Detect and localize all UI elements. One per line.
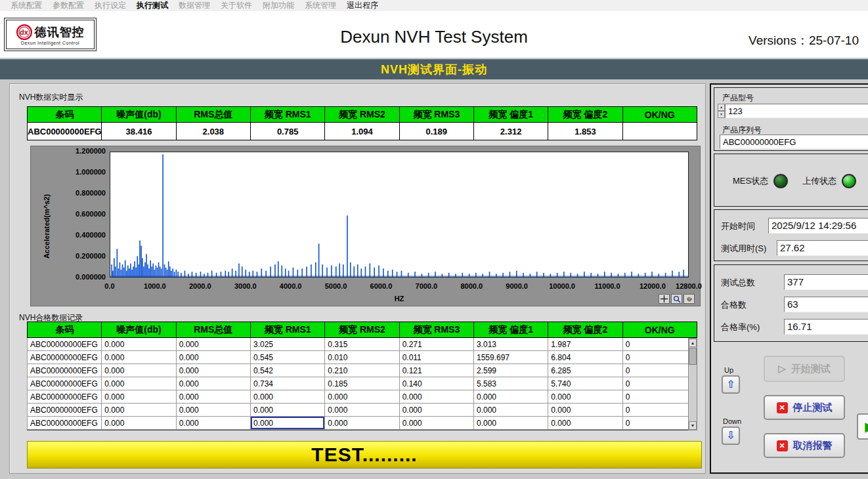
table-cell[interactable]: 0 [622,417,697,430]
table-cell[interactable]: 0.000 [399,404,473,417]
table-cell: 38.416 [102,123,176,140]
menu-item-7[interactable]: 系统管理 [299,0,341,11]
table-cell[interactable]: 0.000 [399,417,473,430]
table-cell[interactable]: 0.000 [102,404,176,417]
spinner-down-icon[interactable]: ▼ [718,111,725,118]
menu-item-5[interactable]: 关于软件 [215,0,257,11]
menu-item-2[interactable]: 执行设定 [89,0,131,11]
table-cell[interactable]: 0.000 [176,417,250,430]
graph-tool-crosshair-icon[interactable] [659,294,670,304]
pass-count-value: 63 [784,297,868,312]
table-cell[interactable]: 0.000 [102,417,176,430]
table-cell[interactable]: 0.000 [176,364,250,377]
table-row: ABC00000000EFG0.0000.0000.0000.0000.0000… [28,404,697,417]
table-cell[interactable]: 0.000 [473,390,548,404]
table-cell[interactable]: 0.140 [399,377,473,390]
table-cell[interactable]: 0.000 [102,390,176,404]
table-cell[interactable]: 0.000 [548,417,622,430]
table-cell[interactable]: 0.000 [325,404,399,417]
table-cell[interactable]: 0.000 [473,404,548,417]
table-cell[interactable]: 6.804 [548,351,622,364]
chart-y-axis-label: Accelerated(m^s2) [43,194,51,258]
scroll-up-button[interactable]: ⇧ [722,375,740,394]
table-cell[interactable]: 0.000 [102,377,176,390]
product-model-input[interactable] [725,104,868,118]
scroll-down-button[interactable]: ⇩ [722,427,740,445]
table-cell[interactable]: 3.013 [473,338,548,351]
table-cell[interactable]: 0.000 [325,417,399,430]
table-cell[interactable]: 0.545 [250,351,324,364]
table-cell[interactable]: 0.271 [399,338,473,351]
table-cell[interactable]: 0 [622,338,697,351]
table-cell[interactable]: 0.000 [399,390,473,404]
table-cell[interactable]: 0 [622,364,697,377]
table-cell[interactable]: 0.000 [176,338,250,351]
table-cell[interactable]: 5.740 [548,377,622,390]
menu-item-6[interactable]: 附加功能 [257,0,299,11]
table-cell[interactable]: 0.000 [473,417,548,430]
table-cell[interactable]: 1.987 [548,338,622,351]
table-cell[interactable]: 0.000 [102,338,176,351]
table-cell[interactable]: ABC00000000EFG [28,404,102,417]
column-header: 噪声值(db) [102,322,176,338]
column-header: 频宽 偏度2 [548,322,622,338]
start-test-button[interactable]: ▷ 开始测试 [764,356,845,382]
table-cell[interactable]: ABC00000000EFG [28,377,102,390]
scrollbar-thumb[interactable] [689,348,697,365]
column-header: 频宽 偏度2 [548,107,622,123]
table-cell[interactable]: 0.000 [250,404,324,417]
table-cell[interactable]: ABC00000000EFG [28,351,102,364]
logo-english-text: Dexun Intelligent Control [21,41,79,45]
menu-item-3[interactable]: 执行测试 [131,0,173,11]
table-cell[interactable]: ABC00000000EFG [28,338,102,351]
plot-area[interactable] [110,152,689,278]
table-cell[interactable]: 0.000 [176,377,250,390]
table-cell[interactable]: 1559.697 [473,351,548,364]
table-cell[interactable]: 0.185 [325,377,399,390]
table-cell[interactable]: 0.121 [399,364,473,377]
version-value: 25-07-10 [809,33,859,47]
graph-tool-zoom-icon[interactable] [671,294,682,304]
table-cell[interactable]: 0 [622,390,697,404]
menu-item-1[interactable]: 参数配置 [47,0,89,11]
table-cell[interactable]: 0.315 [325,338,399,351]
table-cell[interactable]: 0.210 [325,364,399,377]
table-cell[interactable]: 0.000 [102,364,176,377]
graph-tool-pan-icon[interactable] [684,294,695,304]
menu-item-0[interactable]: 系统配置 [5,0,47,11]
table-cell[interactable]: 0.000 [102,351,176,364]
table-cell[interactable]: 0.011 [399,351,473,364]
table-cell[interactable]: ABC00000000EFG [28,364,102,377]
spinner-up-icon[interactable]: ▲ [718,104,725,111]
table-cell[interactable]: 0.000 [548,390,622,404]
table-cell[interactable]: 3.025 [250,338,324,351]
table-cell[interactable]: 0 [622,351,697,364]
table-cell[interactable]: 5.583 [473,377,548,390]
table-cell[interactable]: ABC00000000EFG [28,390,102,404]
menu-item-4[interactable]: 数据管理 [173,0,215,11]
table-cell[interactable]: 0.010 [325,351,399,364]
table-cell[interactable]: 0.000 [548,404,622,417]
scroll-down-icon[interactable]: ▼ [689,421,697,430]
scroll-up-icon[interactable]: ▲ [689,339,697,347]
table-cell[interactable]: 0.000 [250,417,324,430]
table-cell[interactable]: 2.599 [473,364,548,377]
table-cell[interactable]: 6.285 [548,364,622,377]
table-cell[interactable]: 0 [622,377,697,390]
table-cell[interactable]: ABC00000000EFG [28,417,102,430]
run-arrow-button[interactable]: ▶ [857,413,868,440]
cancel-alarm-button[interactable]: ✕ 取消报警 [764,433,845,458]
table-cell[interactable]: 0.734 [250,377,324,390]
table-cell[interactable]: 0.000 [176,351,250,364]
table-cell[interactable]: 0.542 [250,364,324,377]
x-tick-label: 9000.0 [494,282,540,290]
menu-item-8[interactable]: 退出程序 [341,0,383,11]
table-cell[interactable]: 0.000 [176,404,250,417]
product-serial-input[interactable] [720,135,868,149]
table-cell[interactable]: 0.000 [325,390,399,404]
table-cell[interactable]: 0.000 [250,390,324,404]
stop-test-button[interactable]: ✕ 停止测试 [764,395,845,420]
table-cell[interactable]: 0.000 [176,390,250,404]
table-cell[interactable]: 0 [622,404,697,417]
records-scrollbar[interactable]: ▲ ▼ [688,338,697,430]
